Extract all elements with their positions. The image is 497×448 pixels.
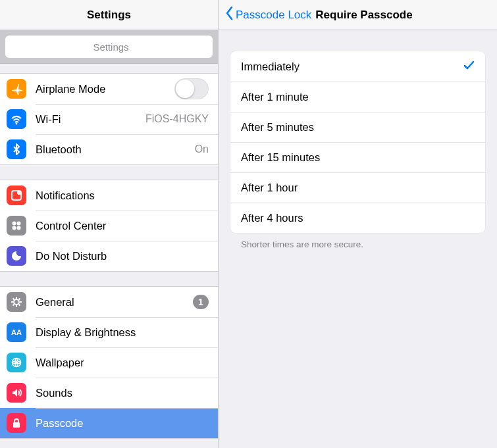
passcode-icon <box>7 413 26 433</box>
sidebar-item-dnd[interactable]: Do Not Disturb <box>0 241 218 271</box>
settings-group: General1Display & BrightnessWallpaperSou… <box>0 286 218 439</box>
sidebar-item-wifi[interactable]: Wi-FiFiOS-4HGKY <box>0 104 218 134</box>
chevron-left-icon <box>225 6 234 24</box>
require-passcode-option[interactable]: After 4 hours <box>230 203 485 233</box>
option-label: After 1 minute <box>241 91 309 103</box>
toggle-switch[interactable] <box>174 78 209 99</box>
require-passcode-option[interactable]: After 1 hour <box>230 172 485 203</box>
sidebar-item-general[interactable]: General1 <box>0 287 218 317</box>
sidebar-item-label: Bluetooth <box>36 143 195 156</box>
page-title: Require Passcode <box>315 9 412 22</box>
sidebar-item-notifications[interactable]: Notifications <box>0 180 218 211</box>
sidebar-title: Settings <box>87 9 131 22</box>
option-label: After 4 hours <box>241 212 303 224</box>
check-icon <box>463 59 475 74</box>
sidebar-item-label: Notifications <box>36 189 209 202</box>
settings-sidebar: Settings Settings Airplane ModeWi-FiFiOS… <box>0 0 219 448</box>
dnd-icon <box>7 246 26 266</box>
settings-group: NotificationsControl CenterDo Not Distur… <box>0 180 218 272</box>
option-label: After 5 minutes <box>241 121 314 134</box>
sidebar-item-label: Passcode <box>36 417 209 430</box>
wallpaper-icon <box>7 353 26 372</box>
settings-group: Airplane ModeWi-FiFiOS-4HGKYBluetoothOn <box>0 73 218 165</box>
sidebar-header: Settings <box>0 0 218 30</box>
option-label: After 1 hour <box>241 182 298 194</box>
wifi-icon <box>7 109 26 129</box>
row-detail: On <box>195 143 209 155</box>
sidebar-item-passcode[interactable]: Passcode <box>0 408 218 438</box>
sidebar-item-bluetooth[interactable]: BluetoothOn <box>0 134 218 164</box>
sidebar-item-label: Wallpaper <box>36 357 209 369</box>
row-detail: FiOS-4HGKY <box>145 113 209 125</box>
option-label: After 15 minutes <box>241 151 320 164</box>
sidebar-item-airplane[interactable]: Airplane Mode <box>0 74 218 104</box>
require-passcode-option[interactable]: After 5 minutes <box>230 112 485 142</box>
sidebar-item-label: Wi-Fi <box>36 113 145 126</box>
sidebar-item-wallpaper[interactable]: Wallpaper <box>0 347 218 378</box>
sidebar-item-label: Airplane Mode <box>36 83 174 95</box>
switch-knob <box>176 80 194 98</box>
notifications-icon <box>7 186 26 205</box>
general-icon <box>7 292 26 312</box>
footer-note: Shorter times are more secure. <box>230 233 485 249</box>
airplane-icon <box>7 79 26 99</box>
main-header: Passcode Lock Require Passcode <box>219 0 497 30</box>
back-button[interactable]: Passcode Lock <box>225 6 311 24</box>
sidebar-item-sounds[interactable]: Sounds <box>0 378 218 408</box>
sidebar-item-label: Do Not Disturb <box>36 250 209 262</box>
control-center-icon <box>7 216 26 236</box>
row-badge: 1 <box>193 295 209 309</box>
sidebar-item-label: Sounds <box>36 387 209 399</box>
require-passcode-option[interactable]: Immediately <box>230 51 485 82</box>
option-label: Immediately <box>241 61 300 73</box>
search-input[interactable]: Settings <box>5 36 213 58</box>
sidebar-item-display[interactable]: Display & Brightness <box>0 317 218 347</box>
require-passcode-option[interactable]: After 15 minutes <box>230 142 485 172</box>
sidebar-item-label: General <box>36 296 193 309</box>
display-icon <box>7 322 26 342</box>
bluetooth-icon <box>7 139 26 159</box>
sidebar-groups: Airplane ModeWi-FiFiOS-4HGKYBluetoothOnN… <box>0 64 218 439</box>
sounds-icon <box>7 383 26 403</box>
require-passcode-option[interactable]: After 1 minute <box>230 82 485 112</box>
sidebar-item-label: Display & Brightness <box>36 326 209 339</box>
options-list: ImmediatelyAfter 1 minuteAfter 5 minutes… <box>230 51 485 233</box>
search-placeholder: Settings <box>93 41 128 53</box>
back-label: Passcode Lock <box>236 9 311 22</box>
sidebar-item-control-center[interactable]: Control Center <box>0 211 218 241</box>
main-body: ImmediatelyAfter 1 minuteAfter 5 minutes… <box>219 30 497 249</box>
search-bar-wrap: Settings <box>0 30 218 64</box>
sidebar-item-label: Control Center <box>36 220 209 232</box>
app-root: Settings Settings Airplane ModeWi-FiFiOS… <box>0 0 497 448</box>
main-panel: Passcode Lock Require Passcode Immediate… <box>219 0 497 448</box>
